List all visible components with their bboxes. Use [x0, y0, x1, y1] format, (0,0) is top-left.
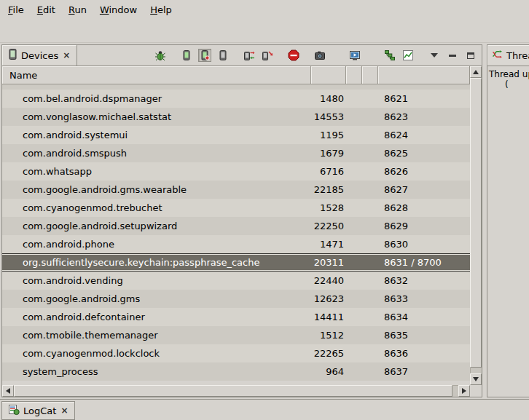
table-row[interactable]: com.android.vending 22440 8632 — [2, 272, 470, 290]
bottom-tab-bar: LogCat × — [0, 399, 529, 420]
process-name-cell: system_process — [2, 366, 311, 377]
device-icon — [8, 49, 17, 62]
scroll-up-icon[interactable] — [470, 66, 482, 78]
table-row[interactable]: com.android.defcontainer 14411 8634 — [2, 308, 470, 326]
view-menu-icon[interactable] — [428, 49, 441, 62]
tab-devices[interactable]: Devices × — [2, 45, 77, 66]
horizontal-scroll-thumb[interactable] — [14, 385, 452, 397]
port-cell: 8623 — [378, 111, 470, 122]
pid-cell: 22265 — [311, 348, 346, 359]
table-row[interactable]: com.vonglasow.michael.satstat 14553 8623 — [2, 108, 470, 126]
tab-logcat-label: LogCat — [23, 405, 56, 416]
table-row[interactable]: com.bel.android.dspmanager 1480 8621 — [2, 90, 470, 108]
port-cell: 8635 — [378, 330, 470, 341]
partial-row[interactable] — [2, 84, 470, 90]
port-cell: 8632 — [378, 275, 470, 286]
menu-edit[interactable]: Edit — [31, 1, 62, 18]
heap-stack-icon[interactable] — [383, 49, 396, 62]
minimize-icon[interactable] — [446, 49, 459, 62]
tab-threads[interactable]: Threads — [487, 45, 529, 66]
pid-cell: 1512 — [311, 330, 346, 341]
process-name-cell: com.bel.android.dspmanager — [2, 93, 311, 104]
table-row[interactable]: org.sufficientlysecure.keychain:passphra… — [2, 253, 470, 272]
vertical-scroll-thumb[interactable] — [470, 78, 482, 368]
scroll-down-icon[interactable] — [470, 373, 482, 385]
pid-cell: 20311 — [311, 257, 346, 268]
process-name-cell: com.google.android.setupwizard — [2, 221, 311, 231]
pid-cell: 1528 — [311, 202, 346, 213]
scroll-left-icon[interactable] — [2, 385, 14, 397]
process-name-cell: com.google.android.gms — [2, 293, 311, 304]
table-row[interactable]: com.cyanogenmod.lockclock 22265 8636 — [2, 344, 470, 362]
threads-titlebar: Threads — [487, 45, 529, 66]
port-cell: 8627 — [378, 184, 470, 195]
pid-cell: 1195 — [311, 130, 346, 140]
network-graph-icon[interactable] — [401, 49, 415, 62]
table-row[interactable]: com.whatsapp 6716 8626 — [2, 162, 470, 181]
process-name-cell: com.android.systemui — [2, 130, 311, 140]
scrollbar-corner — [470, 385, 482, 397]
menu-run[interactable]: Run — [62, 1, 93, 18]
close-icon[interactable]: × — [62, 50, 71, 60]
table-row[interactable]: system_process 964 8637 — [2, 362, 470, 381]
table-header: Name — [2, 66, 470, 84]
port-cell: 8631 / 8700 — [378, 257, 470, 268]
column-header-b[interactable] — [362, 66, 378, 84]
process-name-cell: org.sufficientlysecure.keychain:passphra… — [2, 257, 311, 268]
pid-cell: 22185 — [311, 184, 346, 195]
menu-help[interactable]: Help — [144, 1, 179, 18]
horizontal-scrollbar[interactable] — [2, 385, 470, 397]
pid-cell: 964 — [311, 366, 346, 377]
table-row[interactable]: com.tmobile.thememanager 1512 8635 — [2, 326, 470, 344]
table-row[interactable]: com.cyanogenmod.trebuchet 1528 8628 — [2, 199, 470, 217]
pid-cell: 14411 — [311, 312, 346, 322]
table-row[interactable]: com.android.smspush 1679 8625 — [2, 144, 470, 162]
tab-logcat[interactable]: LogCat × — [1, 401, 75, 420]
main-toolbar — [0, 19, 529, 43]
column-header-a[interactable] — [346, 66, 362, 84]
table-row[interactable]: com.google.android.gms.wearable 22185 86… — [2, 181, 470, 199]
screen-capture-icon[interactable] — [313, 49, 326, 62]
maximize-icon[interactable] — [464, 49, 477, 62]
menu-window[interactable]: Window — [93, 1, 144, 18]
process-name-cell: com.whatsapp — [2, 166, 311, 177]
start-method-profiling-icon[interactable] — [261, 49, 274, 62]
update-heap-icon[interactable] — [180, 49, 193, 62]
port-cell: 8626 — [378, 166, 470, 177]
debug-process-icon[interactable] — [154, 49, 167, 62]
process-name-cell: com.android.phone — [2, 239, 311, 250]
table-row[interactable]: com.android.phone 1471 8630 — [2, 235, 470, 253]
tab-threads-label: Threads — [506, 50, 529, 61]
update-threads-icon[interactable] — [243, 49, 256, 62]
port-cell: 8633 — [378, 293, 470, 304]
menu-file[interactable]: File — [1, 1, 31, 18]
process-name-cell: com.cyanogenmod.trebuchet — [2, 202, 311, 213]
table-row[interactable]: com.android.systemui 1195 8624 — [2, 126, 470, 144]
pid-cell: 22250 — [311, 221, 346, 231]
cause-gc-icon[interactable] — [216, 49, 230, 62]
scroll-right-icon[interactable] — [458, 385, 470, 397]
threads-message: Thread up ( — [487, 66, 529, 92]
pid-cell: 1471 — [311, 239, 346, 250]
ddms-window: File Edit Run Window Help Devices × — [0, 0, 529, 420]
dump-hprof-icon[interactable] — [198, 49, 211, 62]
stop-process-icon[interactable] — [287, 49, 300, 62]
vertical-scrollbar[interactable] — [470, 66, 482, 385]
close-icon[interactable]: × — [60, 405, 68, 416]
devices-titlebar: Devices × — [2, 45, 482, 66]
port-cell: 8637 — [378, 366, 470, 377]
screen-record-icon[interactable] — [348, 49, 361, 62]
column-header-pid[interactable] — [311, 66, 346, 84]
column-header-port[interactable] — [378, 66, 470, 84]
process-name-cell: com.android.vending — [2, 275, 311, 286]
port-cell: 8625 — [378, 148, 470, 159]
devices-toolbar — [149, 45, 482, 66]
column-header-name[interactable]: Name — [2, 66, 311, 84]
process-name-cell: com.tmobile.thememanager — [2, 330, 311, 341]
threads-message-line2: ( — [505, 79, 528, 90]
process-name-cell: com.vonglasow.michael.satstat — [2, 111, 311, 122]
port-cell: 8628 — [378, 202, 470, 213]
table-row[interactable]: com.google.android.setupwizard 22250 862… — [2, 217, 470, 235]
pid-cell: 6716 — [311, 166, 346, 177]
table-row[interactable]: com.google.android.gms 12623 8633 — [2, 290, 470, 308]
